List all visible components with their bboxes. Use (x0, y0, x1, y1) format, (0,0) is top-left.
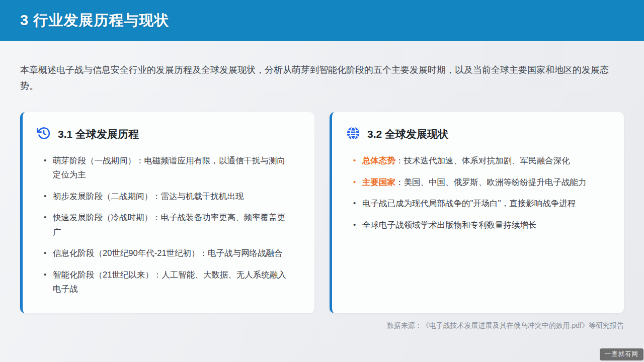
list-item: • 电子战已成为现代局部战争的"开场白"，直接影响战争进程 (346, 196, 609, 211)
status-list: • 总体态势：技术迭代加速、体系对抗加剧、军民融合深化 • 主要国家：美国、中国… (346, 153, 609, 232)
bullet-marker: • (37, 189, 53, 204)
globe-icon (346, 126, 360, 142)
bullet-marker: • (37, 267, 53, 296)
item-text: 信息化阶段（20世纪90年代-21世纪初）：电子战与网络战融合 (53, 246, 293, 260)
header-bar: 3 行业发展历程与现状 (0, 0, 644, 41)
item-rest: ：技术迭代加速、体系对抗加剧、军民融合深化 (395, 156, 570, 165)
item-keyword: 总体态势 (362, 156, 395, 165)
bullet-marker: • (346, 153, 362, 168)
bullet-marker: • (346, 218, 362, 232)
history-icon (37, 126, 51, 142)
bullet-marker: • (37, 210, 53, 239)
source-note: 数据来源：《电子战技术发展进展及其在俄乌冲突中的效用.pdf》等研究报告 (0, 321, 624, 330)
cards-row: 3.1 全球发展历程 • 萌芽阶段（一战期间）：电磁频谱应用有限，以通信干扰与测… (20, 112, 624, 313)
item-text: 电子战已成为现代局部战争的"开场白"，直接影响战争进程 (362, 196, 603, 211)
item-text: 主要国家：美国、中国、俄罗斯、欧洲等纷纷提升电子战能力 (362, 175, 603, 190)
card-global-status: 3.2 全球发展现状 • 总体态势：技术迭代加速、体系对抗加剧、军民融合深化 •… (330, 112, 624, 313)
item-text: 智能化阶段（21世纪以来）：人工智能、大数据、无人系统融入电子战 (53, 267, 293, 296)
item-text: 全球电子战领域学术出版物和专利数量持续增长 (362, 218, 603, 232)
item-text: 快速发展阶段（冷战时期）：电子战装备功率更高、频率覆盖更广 (53, 210, 293, 239)
bullet-marker: • (37, 246, 53, 260)
list-item: • 萌芽阶段（一战期间）：电磁频谱应用有限，以通信干扰与测向定位为主 (37, 153, 299, 182)
item-text: 初步发展阶段（二战期间）：雷达与机载干扰机出现 (53, 189, 293, 204)
bullet-marker: • (346, 196, 362, 211)
item-keyword: 主要国家 (362, 177, 395, 187)
card-title: 3.1 全球发展历程 (58, 127, 139, 141)
card-header: 3.2 全球发展现状 (346, 126, 609, 142)
list-item: • 总体态势：技术迭代加速、体系对抗加剧、军民融合深化 (346, 153, 609, 168)
list-item: • 全球电子战领域学术出版物和专利数量持续增长 (346, 218, 609, 232)
bullet-marker: • (37, 153, 53, 182)
list-item: • 初步发展阶段（二战期间）：雷达与机载干扰机出现 (37, 189, 299, 204)
item-rest: ：美国、中国、俄罗斯、欧洲等纷纷提升电子战能力 (395, 177, 587, 187)
list-item: • 信息化阶段（20世纪90年代-21世纪初）：电子战与网络战融合 (37, 246, 299, 260)
item-text: 总体态势：技术迭代加速、体系对抗加剧、军民融合深化 (362, 153, 603, 168)
card-header: 3.1 全球发展历程 (37, 126, 299, 142)
item-text: 萌芽阶段（一战期间）：电磁频谱应用有限，以通信干扰与测向定位为主 (53, 153, 293, 182)
list-item: • 快速发展阶段（冷战时期）：电子战装备功率更高、频率覆盖更广 (37, 210, 299, 239)
card-development-history: 3.1 全球发展历程 • 萌芽阶段（一战期间）：电磁频谱应用有限，以通信干扰与测… (20, 112, 314, 313)
card-title: 3.2 全球发展现状 (367, 127, 448, 141)
bullet-marker: • (346, 175, 362, 190)
list-item: • 主要国家：美国、中国、俄罗斯、欧洲等纷纷提升电子战能力 (346, 175, 609, 190)
watermark-badge: 一查就有网 (600, 348, 644, 360)
intro-text: 本章概述电子战与信息安全行业的发展历程及全球发展现状，分析从萌芽到智能化阶段的五… (20, 62, 624, 94)
page-title: 3 行业发展历程与现状 (20, 11, 169, 31)
history-list: • 萌芽阶段（一战期间）：电磁频谱应用有限，以通信干扰与测向定位为主 • 初步发… (37, 153, 299, 296)
list-item: • 智能化阶段（21世纪以来）：人工智能、大数据、无人系统融入电子战 (37, 267, 299, 296)
